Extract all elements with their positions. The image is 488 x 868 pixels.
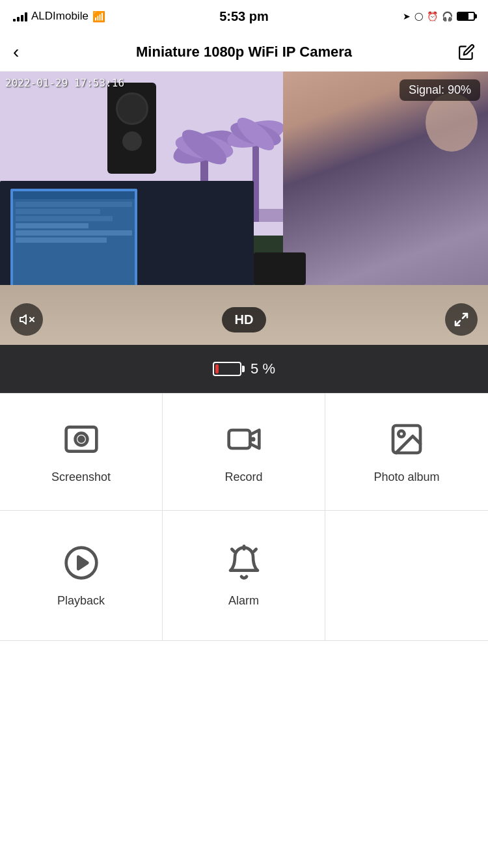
signal-badge: Signal: 90% <box>400 79 480 101</box>
speaker <box>107 83 156 174</box>
action-grid-row2: Playback Alarm <box>0 511 488 641</box>
action-grid-row1: Screenshot Record Photo album <box>0 393 488 511</box>
photo-album-icon <box>387 420 426 459</box>
edit-button[interactable] <box>449 44 475 61</box>
headphone-icon: 🎧 <box>442 11 453 21</box>
wifi-icon: 📶 <box>92 10 105 23</box>
location-icon: ➤ <box>403 11 411 21</box>
battery-icon <box>457 12 475 21</box>
video-feed: 2022-01-29 17:53:16 Signal: 90% HD <box>0 72 488 345</box>
signal-bars-icon <box>13 11 27 21</box>
record-label: Record <box>224 470 262 484</box>
playback-icon <box>62 543 101 582</box>
fullscreen-button[interactable] <box>445 303 478 336</box>
photo-album-label: Photo album <box>373 470 439 484</box>
header: ‹ Miniature 1080p WiFi IP Camera <box>0 33 488 72</box>
status-time: 5:53 pm <box>219 9 269 24</box>
svg-rect-17 <box>228 430 250 448</box>
battery-percent-label: 5 % <box>251 360 275 377</box>
back-button[interactable]: ‹ <box>13 42 39 62</box>
alarm-button[interactable]: Alarm <box>163 511 325 641</box>
playback-button[interactable]: Playback <box>0 511 163 641</box>
screenshot-button[interactable]: Screenshot <box>0 394 163 511</box>
person <box>283 72 488 285</box>
screenshot-label: Screenshot <box>51 470 111 484</box>
alarm-label: Alarm <box>228 594 259 608</box>
playback-label: Playback <box>57 594 105 608</box>
device-battery-status-bar: 5 % <box>0 345 488 393</box>
status-right: ➤ ◯ ⏰ 🎧 <box>403 11 475 21</box>
desk-object <box>254 252 306 285</box>
svg-marker-23 <box>78 557 87 569</box>
screenshot-icon <box>62 420 101 459</box>
device-battery-icon <box>213 362 241 376</box>
carrier-label: ALDImobile <box>31 10 88 23</box>
svg-marker-9 <box>20 315 26 324</box>
record-icon <box>224 420 264 459</box>
alarm-status-icon: ⏰ <box>427 11 438 21</box>
page-title: Miniature 1080p WiFi IP Camera <box>39 44 449 61</box>
record-button[interactable]: Record <box>163 394 325 511</box>
dot-icon: ◯ <box>414 12 423 21</box>
hd-button[interactable]: HD <box>222 307 267 332</box>
video-timestamp: 2022-01-29 17:53:16 <box>5 77 124 89</box>
mute-button[interactable] <box>10 303 43 336</box>
video-controls: HD <box>0 303 488 336</box>
svg-line-26 <box>254 549 256 552</box>
status-left: ALDImobile 📶 <box>13 10 105 23</box>
empty-cell <box>325 511 488 641</box>
svg-point-21 <box>398 431 404 437</box>
status-bar: ALDImobile 📶 5:53 pm ➤ ◯ ⏰ 🎧 <box>0 0 488 33</box>
svg-line-25 <box>232 549 234 552</box>
photo-album-button[interactable]: Photo album <box>325 394 488 511</box>
svg-point-16 <box>79 437 83 442</box>
alarm-icon <box>224 543 264 582</box>
